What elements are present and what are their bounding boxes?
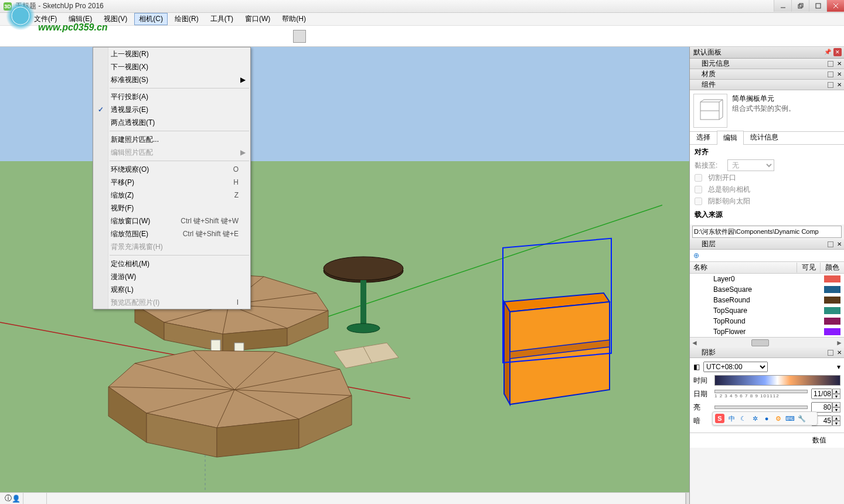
svg-rect-11 [360, 280, 366, 327]
menu-item[interactable]: 环绕观察(O)O [93, 163, 250, 176]
ime-logo-icon[interactable]: S [715, 414, 724, 423]
svg-rect-2 [799, 4, 803, 7]
viewport-vscroll[interactable] [686, 493, 689, 504]
shadow-toggle-icon[interactable]: ◧ [693, 363, 700, 371]
panel-components[interactable]: 组件✕ [690, 80, 844, 90]
side-tray: 默认面板 📌 ✕ 图元信息✕ 材质✕ 组件✕ 简单搁板单元 组合式书架的实例。 … [689, 47, 844, 504]
layer-row[interactable]: TopSquare [690, 305, 844, 316]
minimize-button[interactable] [774, 0, 791, 12]
panel-materials[interactable]: 材质✕ [690, 69, 844, 80]
align-heading: 对齐 [695, 147, 839, 157]
layer-row[interactable]: BaseRound [690, 295, 844, 305]
layer-row[interactable]: TopRound [690, 316, 844, 326]
layer-row[interactable]: BaseSquare [690, 284, 844, 295]
pin-icon[interactable]: 📌 [824, 49, 831, 55]
menu-view[interactable]: 视图(V) [99, 13, 132, 25]
panel-shadows[interactable]: 阴影✕ [690, 348, 844, 358]
toolbar [0, 26, 844, 47]
values-label: 数值 [690, 433, 844, 448]
menu-tools[interactable]: 工具(T) [206, 13, 238, 25]
menu-item[interactable]: 观察(L) [93, 283, 250, 296]
menu-camera[interactable]: 相机(C) [134, 13, 168, 25]
maximize-button[interactable] [809, 0, 826, 12]
app-icon: 3D [4, 2, 12, 11]
face-camera-checkbox[interactable] [695, 186, 702, 193]
load-path[interactable]: D:\河东软件园\Components\Dynamic Comp [692, 226, 842, 238]
titlebar: 3D 无标题 - SketchUp Pro 2016 [0, 0, 844, 13]
date-input[interactable] [811, 389, 832, 399]
menu-item[interactable]: 视野(F) [93, 202, 250, 214]
load-heading: 载入来源 [695, 210, 839, 220]
menu-item[interactable]: 漫游(W) [93, 270, 250, 283]
ime-keyboard-icon[interactable]: ⌨ [785, 414, 795, 423]
tab-edit[interactable]: 编辑 [717, 131, 744, 145]
menu-item[interactable]: 上一视图(R) [93, 47, 250, 60]
component-preview: 简单搁板单元 组合式书架的实例。 [690, 90, 844, 132]
menu-file[interactable]: 文件(F) [29, 13, 62, 25]
shadow-settings-icon[interactable]: ▾ [837, 363, 840, 371]
date-slider[interactable] [714, 390, 808, 393]
menu-item: 编辑照片匹配▶ [93, 146, 250, 159]
tray-close-icon[interactable]: ✕ [833, 48, 842, 56]
svg-marker-46 [504, 302, 510, 404]
menubar: 文件(F) 编辑(E) 视图(V) 相机(C) 绘图(R) 工具(T) 窗口(W… [0, 13, 844, 26]
menu-item[interactable]: 平移(P)H [93, 176, 250, 189]
svg-rect-3 [816, 4, 821, 8]
menu-item[interactable]: ✓透视显示(E) [93, 103, 250, 116]
cut-opening-checkbox[interactable] [695, 174, 702, 182]
svg-point-12 [347, 323, 380, 333]
menu-item[interactable]: 缩放范围(E)Ctrl 键+Shift 键+E [93, 227, 250, 240]
menu-item[interactable]: 平行投影(A) [93, 90, 250, 103]
menu-window[interactable]: 窗口(W) [240, 13, 275, 25]
glue-label: 黏接至: [695, 161, 724, 171]
bright-slider[interactable] [714, 406, 808, 409]
layer-row[interactable]: TopFlower [690, 326, 844, 337]
restore-button[interactable] [791, 0, 809, 12]
info-icon[interactable]: ⓘ [5, 493, 12, 503]
material-swatch[interactable] [293, 30, 306, 43]
add-layer-icon[interactable]: ⊕ [693, 251, 699, 260]
menu-draw[interactable]: 绘图(R) [170, 13, 203, 25]
component-tabs: 选择 编辑 统计信息 [690, 132, 844, 145]
ime-gear-icon[interactable]: ⚙ [774, 414, 783, 423]
tab-stats[interactable]: 统计信息 [744, 130, 785, 144]
component-name: 简单搁板单元 [732, 94, 840, 104]
close-button[interactable] [826, 0, 844, 12]
ime-wrench-icon[interactable]: 🔧 [797, 414, 806, 423]
menu-edit[interactable]: 编辑(E) [64, 13, 97, 25]
layers-hscroll[interactable]: ◄► [690, 337, 844, 348]
glue-select[interactable]: 无 [727, 159, 774, 171]
tab-select[interactable]: 选择 [690, 130, 717, 144]
ime-toolbar[interactable]: S 中 ☾ ✲ ● ⚙ ⌨ 🔧 [712, 411, 818, 425]
svg-rect-1 [798, 5, 802, 8]
menu-item[interactable]: 定位相机(M) [93, 257, 250, 270]
menu-item: 预览匹配照片(I)I [93, 296, 250, 309]
menu-item: 背景充满视窗(H) [93, 240, 250, 253]
ime-lang-icon[interactable]: 中 [727, 414, 736, 423]
svg-point-10 [324, 257, 403, 280]
component-thumb [693, 94, 727, 128]
shadows-sun-checkbox[interactable] [695, 197, 702, 205]
menu-item[interactable]: 新建照片匹配... [93, 133, 250, 146]
ime-mic-icon[interactable]: ● [762, 414, 771, 423]
component-desc: 组合式书架的实例。 [732, 104, 840, 114]
svg-line-53 [719, 100, 723, 102]
layer-row[interactable]: Layer0 [690, 274, 844, 284]
svg-line-52 [700, 100, 704, 102]
panel-layers[interactable]: 图层✕ [690, 239, 844, 250]
viewport-3d[interactable]: 上一视图(R)下一视图(X)标准视图(S)▶平行投影(A)✓透视显示(E)两点透… [0, 47, 689, 504]
layers-table: 名称 可见 颜色 Layer0BaseSquareBaseRoundTopSqu… [690, 261, 844, 348]
menu-item[interactable]: 缩放窗口(W)Ctrl 键+Shift 键+W [93, 214, 250, 227]
ime-punct-icon[interactable]: ✲ [750, 414, 760, 423]
time-slider[interactable] [714, 375, 840, 386]
menu-item[interactable]: 标准视图(S)▶ [93, 73, 250, 86]
menu-item[interactable]: 两点透视图(T) [93, 116, 250, 129]
tray-header[interactable]: 默认面板 📌 ✕ [690, 47, 844, 59]
ime-moon-icon[interactable]: ☾ [738, 414, 748, 423]
menu-item[interactable]: 下一视图(X) [93, 60, 250, 73]
menu-help[interactable]: 帮助(H) [277, 13, 311, 25]
timezone-select[interactable]: UTC+08:00 [703, 362, 768, 372]
user-icon[interactable]: 👤 [12, 495, 21, 503]
panel-entity-info[interactable]: 图元信息✕ [690, 59, 844, 69]
menu-item[interactable]: 缩放(Z)Z [93, 189, 250, 202]
